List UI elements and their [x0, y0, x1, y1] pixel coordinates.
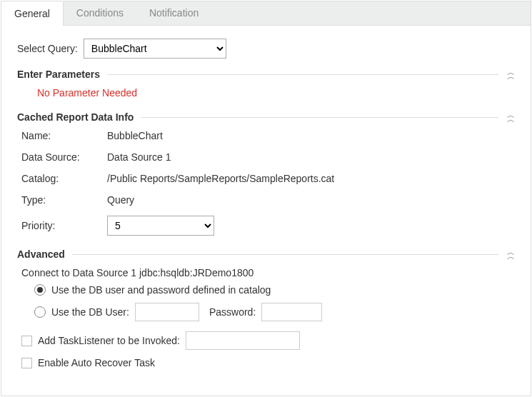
tab-notification[interactable]: Notification [136, 1, 211, 25]
checkbox-autorecover[interactable] [21, 358, 32, 368]
tab-general[interactable]: General [1, 1, 64, 26]
catalog-value: /Public Reports/SampleReports/SampleRepo… [107, 173, 515, 184]
collapse-icon[interactable]: ︿︿ [506, 250, 515, 258]
radio-use-dbuser[interactable] [34, 306, 46, 318]
collapse-icon[interactable]: ︿︿ [506, 70, 515, 79]
tab-content: Select Query: BubbleChart Enter Paramete… [1, 26, 531, 383]
section-parameters-title: Enter Parameters [17, 69, 100, 80]
connect-label: Connect to Data Source 1 jdbc:hsqldb:JRD… [21, 267, 515, 278]
divider [72, 254, 498, 255]
checkbox-tasklistener[interactable] [21, 336, 32, 346]
divider [141, 117, 498, 118]
type-label: Type: [21, 194, 107, 206]
db-user-input[interactable] [135, 303, 199, 321]
password-label: Password: [209, 306, 256, 318]
radio-use-catalog-label: Use the DB user and password defined in … [51, 284, 271, 296]
autorecover-label: Enable Auto Recover Task [38, 357, 155, 368]
divider [107, 74, 498, 75]
section-cached-title: Cached Report Data Info [17, 111, 134, 123]
db-password-input[interactable] [261, 303, 322, 321]
tasklistener-input[interactable] [186, 331, 300, 350]
datasource-value: Data Source 1 [107, 151, 515, 163]
section-cached: Cached Report Data Info ︿︿ Name: BubbleC… [17, 111, 515, 236]
no-parameter-message: No Parameter Needed [37, 87, 515, 99]
priority-label: Priority: [21, 220, 107, 231]
radio-use-catalog[interactable] [34, 284, 46, 296]
tab-bar: General Conditions Notification [1, 1, 531, 26]
datasource-label: Data Source: [21, 151, 107, 163]
catalog-label: Catalog: [21, 173, 107, 184]
settings-panel: General Conditions Notification Select Q… [1, 1, 531, 396]
select-query-label: Select Query: [17, 43, 78, 54]
select-query-dropdown[interactable]: BubbleChart [84, 39, 226, 59]
section-advanced: Advanced ︿︿ Connect to Data Source 1 jdb… [17, 248, 515, 368]
collapse-icon[interactable]: ︿︿ [506, 113, 515, 121]
section-advanced-title: Advanced [17, 248, 65, 260]
section-parameters: Enter Parameters ︿︿ No Parameter Needed [17, 69, 515, 99]
priority-dropdown[interactable]: 5 [107, 216, 214, 236]
name-value: BubbleChart [107, 130, 515, 141]
radio-use-dbuser-label: Use the DB User: [51, 306, 129, 318]
tasklistener-label: Add TaskListener to be Invoked: [38, 335, 180, 346]
type-value: Query [107, 194, 515, 206]
tab-conditions[interactable]: Conditions [64, 1, 136, 25]
name-label: Name: [21, 130, 107, 141]
